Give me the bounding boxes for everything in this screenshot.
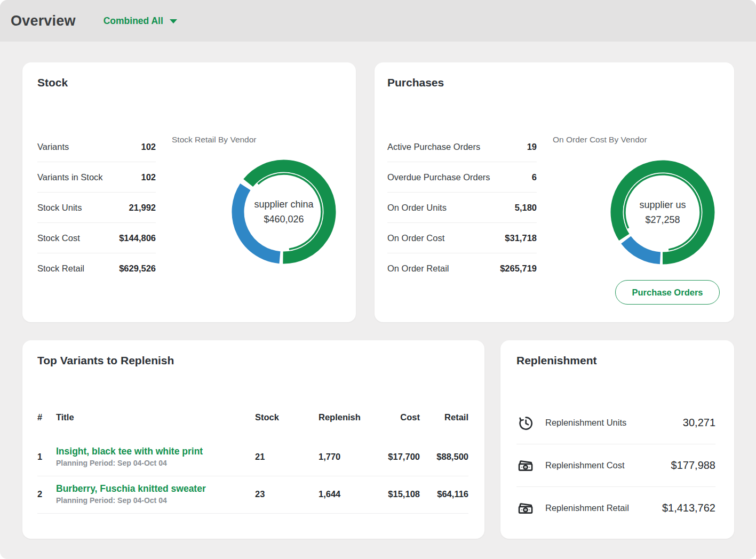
purchases-donut-svg [607, 156, 719, 268]
replenishment-row: Replenishment Cost $177,988 [516, 444, 715, 487]
stat-row: On Order Units 5,180 [387, 193, 537, 223]
stock-chart-caption: Stock Retail By Vendor [172, 135, 257, 145]
stat-row: Active Purchase Orders 19 [387, 132, 537, 162]
stat-row: Variants in Stock 102 [37, 162, 156, 193]
purchases-chart-caption: On Order Cost By Vendor [553, 135, 647, 145]
scope-dropdown-label: Combined All [104, 15, 163, 27]
variant-title-link[interactable]: Insight, black tee with white print [56, 446, 255, 457]
replenishment-title: Replenishment [516, 354, 597, 367]
donut-segment-other-vendor[interactable] [626, 240, 660, 258]
stat-label: On Order Cost [387, 233, 444, 243]
table-row: 1 Insight, black tee with white print Pl… [37, 446, 468, 476]
stat-value: 19 [527, 142, 537, 152]
stat-label: Active Purchase Orders [387, 142, 480, 152]
table-body: 1 Insight, black tee with white print Pl… [37, 446, 468, 514]
stat-value: $31,718 [505, 233, 537, 243]
stat-value: 5,180 [515, 203, 537, 213]
stat-row: On Order Cost $31,718 [387, 223, 537, 253]
table-row: 2 Burberry, Fuschia knitted sweater Plan… [37, 476, 468, 514]
cell-replenish: 1,770 [319, 452, 383, 462]
row-title-cell: Insight, black tee with white print Plan… [56, 446, 255, 467]
replenishment-list: Replenishment Units 30,271 Replenishment… [516, 402, 715, 529]
planning-period-label: Planning Period: Sep 04-Oct 04 [56, 459, 255, 467]
row-title-cell: Burberry, Fuschia knitted sweater Planni… [56, 483, 255, 505]
top-variants-card: Top Variants to Replenish # Title Stock … [22, 340, 484, 539]
stat-label: Stock Retail [37, 263, 84, 274]
stat-row: Overdue Purchase Orders 6 [387, 162, 537, 193]
top-variants-title: Top Variants to Replenish [37, 354, 174, 367]
stat-row: Stock Retail $629,526 [37, 253, 156, 283]
stat-label: Variants [37, 142, 69, 152]
cell-stock: 23 [255, 489, 319, 499]
planning-period-label: Planning Period: Sep 04-Oct 04 [56, 496, 255, 505]
replenishment-value: $177,988 [671, 459, 715, 472]
row-rank: 1 [37, 452, 56, 462]
purchase-orders-button[interactable]: Purchase Orders [615, 280, 720, 305]
donut-segment-highlight-ring [625, 174, 701, 250]
cell-cost: $15,108 [383, 489, 420, 499]
replenishment-label: Replenishment Retail [545, 503, 662, 513]
stock-card-title: Stock [37, 76, 68, 89]
purchases-card-title: Purchases [387, 76, 444, 89]
replenishment-row: Replenishment Retail $1,413,762 [516, 487, 715, 529]
cell-replenish: 1,644 [319, 489, 383, 499]
stock-donut-svg [228, 156, 340, 268]
replenishment-value: 30,271 [683, 417, 715, 429]
stat-label: On Order Retail [387, 263, 449, 274]
replenishment-row: Replenishment Units 30,271 [516, 402, 715, 444]
overview-page: Overview Combined All Stock Variants 102… [0, 0, 756, 559]
column-header-stock: Stock [255, 412, 319, 422]
column-header-rank: # [37, 412, 56, 422]
replenishment-label: Replenishment Units [545, 418, 683, 428]
table-header-row: # Title Stock Replenish Cost Retail [37, 404, 468, 430]
banknotes-icon [516, 457, 535, 475]
column-header-title: Title [56, 412, 255, 422]
stock-stats-list: Variants 102 Variants in Stock 102 Stock… [37, 132, 156, 283]
stat-label: On Order Units [387, 203, 447, 213]
column-header-cost: Cost [383, 412, 420, 422]
stat-value: $265,719 [500, 263, 537, 274]
stat-row: Stock Units 21,992 [37, 193, 156, 223]
page-title: Overview [11, 13, 76, 29]
purchases-donut-chart: supplier us $27,258 [607, 156, 719, 268]
cell-cost: $17,700 [383, 452, 420, 462]
stat-label: Overdue Purchase Orders [387, 172, 490, 182]
stock-card: Stock Variants 102 Variants in Stock 102… [22, 62, 356, 322]
cell-retail: $64,116 [420, 489, 468, 499]
row-rank: 2 [37, 489, 56, 499]
history-icon [516, 414, 535, 432]
stat-value: $629,526 [119, 263, 156, 274]
stat-value: 102 [141, 142, 156, 152]
stock-donut-chart: supplier china $460,026 [228, 156, 340, 268]
chevron-down-icon [170, 19, 177, 23]
stat-value: 21,992 [129, 203, 156, 213]
stat-value: 102 [141, 172, 156, 182]
column-header-retail: Retail [420, 412, 468, 422]
stat-label: Stock Cost [37, 233, 80, 243]
stat-value: 6 [532, 172, 537, 182]
replenishment-value: $1,413,762 [662, 502, 715, 514]
banknotes-icon [516, 499, 535, 517]
cell-retail: $88,500 [420, 452, 468, 462]
cell-stock: 21 [255, 452, 319, 462]
top-variants-table: # Title Stock Replenish Cost Retail 1 In… [37, 404, 468, 514]
replenishment-label: Replenishment Cost [545, 460, 671, 470]
replenishment-card: Replenishment Replenishment Units 30,271… [500, 340, 734, 539]
stat-row: Variants 102 [37, 132, 156, 162]
donut-segment-highlight-ring [258, 174, 322, 249]
purchases-card: Purchases Active Purchase Orders 19 Over… [375, 62, 734, 322]
donut-segment-other-vendor[interactable] [238, 187, 280, 258]
purchases-stats-list: Active Purchase Orders 19 Overdue Purcha… [387, 132, 537, 283]
stat-label: Stock Units [37, 203, 82, 213]
stat-label: Variants in Stock [37, 172, 103, 182]
scope-dropdown[interactable]: Combined All [104, 15, 177, 27]
variant-title-link[interactable]: Burberry, Fuschia knitted sweater [56, 483, 255, 494]
stat-row: On Order Retail $265,719 [387, 253, 537, 283]
topbar: Overview Combined All [0, 0, 756, 42]
stat-value: $144,806 [119, 233, 156, 243]
column-header-replenish: Replenish [319, 412, 383, 422]
stat-row: Stock Cost $144,806 [37, 223, 156, 253]
